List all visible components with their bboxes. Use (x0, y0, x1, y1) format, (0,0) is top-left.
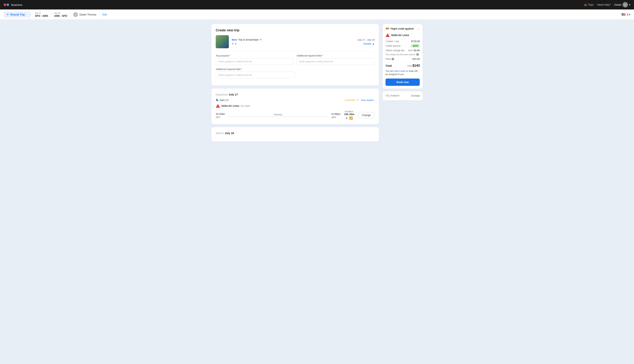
edit-button[interactable]: Edit (100, 13, 110, 16)
chevron-up-icon: ▲ (372, 42, 374, 45)
trip-purpose-group: Trip purpose * (216, 54, 294, 65)
more-options-button[interactable]: ··· (417, 27, 420, 30)
help-link[interactable]: Need Help? (597, 3, 611, 6)
total-row: Total USD$143 (386, 62, 420, 68)
traveler-avatar: D (73, 12, 78, 17)
change-fee-original: $200 (408, 49, 413, 52)
return-label: Return (216, 132, 224, 135)
brand-logo (4, 4, 9, 6)
select-seats-link[interactable]: select seats (394, 70, 405, 72)
trip-type-label: Round Trip (10, 13, 25, 16)
trip-thumbnail (216, 35, 229, 48)
total-value: $143 (412, 64, 420, 68)
trip-flights-row: ✈ 1 Details ▲ (232, 42, 374, 45)
additional-field2-input[interactable] (216, 72, 295, 78)
create-trip-card: Create new trip New Trip to Amsterdam ✎ … (211, 24, 379, 86)
duration-value: 10h 20m (344, 113, 354, 116)
flight-actions: 1 seat left 🛡 View details › (344, 98, 374, 102)
avatar: D (622, 2, 628, 8)
divider (216, 51, 374, 52)
left-column: Create new trip New Trip to Amsterdam ✎ … (211, 24, 379, 142)
change-fee-row: Airline change fee $200 $0.00 (386, 49, 420, 52)
view-details-link[interactable]: View details › (361, 99, 374, 102)
flight-count-icon: ✈ (232, 42, 234, 45)
create-trip-title: Create new trip (216, 28, 374, 32)
co2-card: CO2 footprint 0.0 tons (382, 91, 423, 100)
seats-note: You can select seats or seats will be as… (386, 70, 420, 76)
ticket-tax-row: 1 ticket + tax $728.08 (386, 40, 420, 43)
sidebar-delta-logo (386, 33, 390, 37)
duration-label: Duration: (345, 110, 354, 113)
sidebar-airline-name: Delta Air Lines (391, 34, 409, 36)
duration-block: Duration: 10h 20m ✈ 📶 (340, 110, 358, 120)
user-menu[interactable]: Dwain D ▾ (614, 2, 630, 8)
logo-blue-dot (6, 4, 9, 6)
trip-dates: July 17 - July 18 (358, 38, 374, 41)
departure-header: Departure July 17 (216, 93, 374, 96)
trip-new-badge: New (232, 38, 237, 41)
plane-amenity-icon: ✈ (346, 116, 348, 120)
co2-label: CO2 footprint (386, 94, 399, 98)
ticket-tax-value: $728.08 (411, 40, 420, 43)
total-amount: USD$143 (407, 64, 420, 68)
segment2: Jul 18 AMS › SFO (51, 12, 70, 17)
delta-triangle-icon (216, 104, 220, 108)
flight-credit-header: 💳 Flight credit applied! ··· (386, 27, 420, 30)
trip-purpose-label: Trip purpose * (216, 54, 294, 57)
currency-selector[interactable]: $ ▾ (627, 13, 630, 16)
delta-logo (216, 104, 220, 108)
segment1-from: SFO (35, 14, 40, 17)
fee-note-text: The change fee has been waived. (386, 54, 416, 56)
airline-row: Delta Air Lines DL 2345 (216, 104, 374, 108)
departure-card: Departure July 17 💺 Main (T) 1 seat left… (211, 88, 379, 124)
return-header: Return July 18 (216, 132, 374, 135)
details-button[interactable]: Details ▲ (364, 42, 374, 45)
chevron-right-icon: › (374, 99, 374, 102)
segment1-route: SFO › AMS (35, 14, 48, 17)
additional-field2-label: Additional required field * (216, 68, 295, 70)
arrive-ampm: pm (337, 112, 340, 115)
arrive-time-block: 12:45pm AMS (331, 112, 340, 118)
segment2-route: AMS › SFO (54, 14, 67, 17)
segment2-to: SFO (62, 14, 67, 17)
trips-label: Trips (588, 3, 594, 6)
info-icon: i (416, 53, 419, 56)
trip-thumbnail-image (216, 35, 229, 48)
flight-path: Nonstop (225, 113, 332, 117)
arrive-time: 12:45pm (331, 112, 340, 116)
trips-link[interactable]: 💼 Trips (584, 3, 594, 6)
additional-field1-input[interactable] (296, 58, 374, 65)
cabin-class: 💺 Main (T) (216, 99, 228, 102)
user-name: Dwain (614, 3, 622, 6)
round-trip-badge: ✈ Round Trip (4, 11, 28, 18)
breadcrumb-nav: ✈ Round Trip Jul 17 SFO › AMS Jul 18 AMS… (0, 10, 634, 20)
shield-icon: 🛡 (356, 98, 359, 102)
trip-purpose-input[interactable] (216, 58, 294, 65)
change-fee-label: Airline change fee (386, 49, 404, 52)
depart-time-block: 10:15am SFO (216, 112, 225, 118)
change-fee-values: $200 $0.00 (408, 49, 420, 52)
return-card: Return July 18 (211, 127, 379, 142)
seat-icon: 💺 (216, 99, 218, 102)
change-button[interactable]: Change (358, 112, 374, 118)
segment2-date: Jul 18 (54, 12, 67, 14)
fees-label: Fees (386, 58, 391, 60)
trip-name: Trip to Amsterdam (238, 38, 259, 41)
edit-pencil-icon[interactable]: ✎ (260, 38, 262, 41)
fee-waiver-note: The change fee has been waived. i (386, 53, 420, 56)
traveler-name: Dwain Thomas (80, 13, 96, 16)
depart-ampm: am (222, 112, 225, 115)
sidebar-airline-header: Delta Air Lines (386, 33, 420, 37)
nav-right: 💼 Trips Need Help? Dwain D ▾ (584, 2, 630, 8)
flight-row-header: 💺 Main (T) 1 seat left 🛡 View details › (216, 98, 374, 102)
credit-value: -$600 (411, 44, 420, 48)
credit-title: Flight credit applied! (390, 27, 414, 30)
seats-note-prefix: You can (386, 70, 394, 72)
view-details-label: View details (361, 99, 374, 102)
breadcrumb-right: 🇺🇸 $ ▾ (622, 12, 630, 16)
book-now-button[interactable]: Book now (386, 78, 420, 86)
arrive-airport: AMS (331, 116, 340, 118)
total-currency: USD (407, 65, 412, 67)
chevron-down-icon: ▾ (629, 3, 630, 6)
flight-count: 1 (235, 42, 236, 45)
